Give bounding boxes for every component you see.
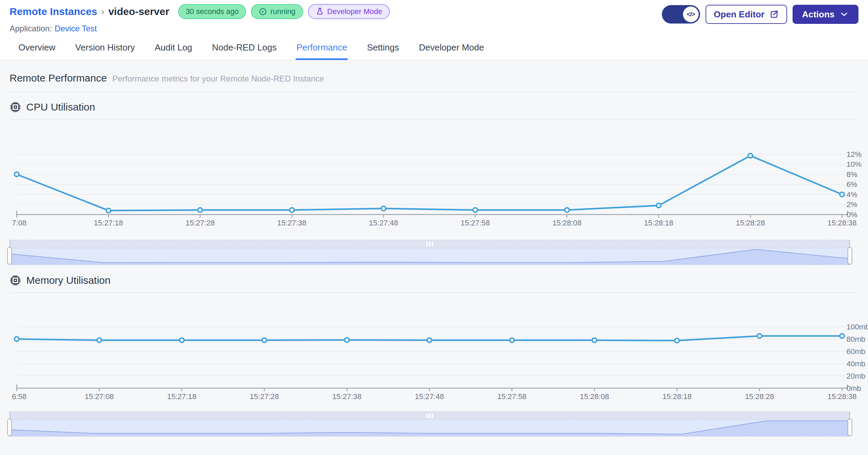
tab-version-history[interactable]: Version History [74,42,136,60]
chip-icon [10,101,21,113]
data-point [180,338,184,342]
x-axis-label: 15:28:18 [644,219,673,227]
tab-node-red-logs[interactable]: Node-RED Logs [211,42,277,60]
data-point [748,153,753,158]
x-axis-label: 15:28:18 [663,392,692,401]
range-brush-memory-utilisation[interactable] [10,411,850,437]
tab-developer-mode[interactable]: Developer Mode [418,42,485,60]
x-axis-label: 15:28:08 [580,392,609,401]
y-axis-label: 2% [846,200,857,209]
y-axis-label: 4% [846,190,857,199]
x-axis-label: 15:27:08 [85,392,114,401]
brush-left-handle[interactable] [7,247,12,265]
play-circle-icon [258,7,267,16]
page-subtitle: Performance metrics for your Remote Node… [112,74,324,84]
data-point [381,206,386,211]
data-point [840,192,844,197]
developer-mode-toggle[interactable]: </> [662,5,700,24]
section-cpu-utilisation: CPU Utilisation7:0815:27:1815:27:2815:27… [10,101,858,265]
data-point [427,338,432,342]
y-axis-label: 20mb [846,372,865,380]
x-axis-label: 15:27:18 [167,392,197,401]
x-axis-label: 15:28:28 [745,392,774,401]
status-badge-developer-mode: Developer Mode [308,4,390,19]
x-axis-label: 7:08 [12,219,27,227]
badge-label: 30 seconds ago [186,7,239,16]
chart-cpu-utilisation: 7:0815:27:1815:27:2815:27:3815:27:4815:2… [10,119,858,234]
data-point [510,338,514,342]
section-title: CPU Utilisation [26,101,95,113]
brush-right-handle[interactable] [848,247,852,265]
y-axis-label: 0% [846,210,857,219]
chart-area: 6:5815:27:0815:27:1815:27:2815:27:3815:2… [10,293,858,405]
tab-performance[interactable]: Performance [296,42,348,60]
data-point [840,334,844,338]
x-axis-label: 15:27:58 [497,392,527,401]
data-point [757,334,762,338]
data-point [565,208,569,212]
application-label: Application: [10,24,52,33]
external-link-icon [769,10,779,19]
breadcrumb-separator: › [101,6,104,17]
tab-bar: OverviewVersion HistoryAudit LogNode-RED… [0,33,868,60]
y-axis-label: 8% [846,170,857,179]
y-axis-label: 80mb [846,335,865,343]
x-axis-label: 15:27:28 [186,219,215,227]
x-axis-label: 15:27:18 [94,219,123,227]
main-content: Remote Performance Performance metrics f… [0,60,868,455]
x-axis-label: 15:27:38 [277,219,307,227]
x-axis-label: 15:27:38 [332,392,361,401]
open-editor-label: Open Editor [714,9,765,20]
chart-sections: CPU Utilisation7:0815:27:1815:27:2815:27… [10,101,858,437]
flask-icon [315,7,324,16]
actions-label: Actions [802,9,835,20]
x-axis-label: 15:27:48 [369,219,398,227]
open-editor-button[interactable]: Open Editor [706,5,787,24]
data-point [97,338,101,342]
status-badges: 30 seconds agorunningDeveloper Mode [178,4,390,19]
brush-grip-icon[interactable] [426,242,433,247]
section-title: Memory Utilisation [26,275,111,286]
data-point [262,338,267,342]
badge-label: running [270,7,295,16]
breadcrumb-instance-name: video-server [108,6,169,17]
actions-button[interactable]: Actions [793,5,858,24]
y-axis-label: 100mb [846,323,868,331]
title-divider [10,92,858,92]
breadcrumb: Remote Instances › video-server [10,6,169,17]
x-axis-label: 15:28:38 [827,392,857,401]
tab-settings[interactable]: Settings [366,42,400,60]
chip-icon [10,275,21,286]
data-point [675,338,679,343]
x-axis-label: 15:27:58 [461,219,490,227]
x-axis-label: 6:58 [12,392,27,401]
data-point [656,203,661,208]
y-axis-label: 40mb [846,359,865,368]
breadcrumb-remote-instances-link[interactable]: Remote Instances [10,6,97,17]
data-point [198,208,202,212]
tab-overview[interactable]: Overview [18,42,56,60]
data-point [592,338,597,342]
brush-grip-icon[interactable] [426,413,433,418]
chart-memory-utilisation: 6:5815:27:0815:27:1815:27:2815:27:3815:2… [10,293,858,405]
y-axis-label: 10% [846,160,862,168]
page-title: Remote Performance [10,72,107,84]
status-badge-running: running [251,4,303,19]
application-link[interactable]: Device Test [55,24,97,33]
brush-left-handle[interactable] [7,419,12,436]
y-axis-label: 60mb [846,347,865,356]
chart-area: 7:0815:27:1815:27:2815:27:3815:27:4815:2… [10,119,858,234]
tab-audit-log[interactable]: Audit Log [154,42,193,60]
brush-right-handle[interactable] [848,419,852,436]
y-axis-label: 12% [846,150,862,159]
data-point [106,208,111,213]
y-axis-label: 0mb [846,384,861,393]
x-axis-label: 15:27:28 [250,392,279,401]
y-axis-label: 6% [846,180,857,189]
range-brush-cpu-utilisation[interactable] [10,240,850,265]
brush-mini-chart [10,420,850,436]
code-icon: </> [683,6,699,22]
data-point [345,338,349,342]
x-axis-label: 15:28:38 [827,219,857,227]
data-point [15,172,19,177]
